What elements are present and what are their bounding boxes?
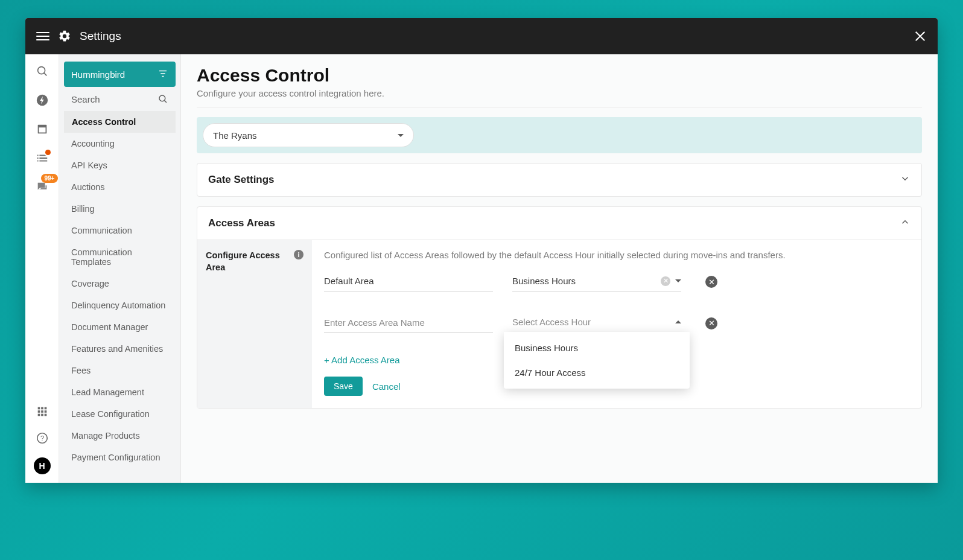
sidebar-item-delinquency-automation[interactable]: Delinquency Automation (64, 294, 176, 316)
panel-left-column: Configure Access Area i (197, 240, 312, 408)
svg-text:?: ? (40, 434, 43, 442)
sidebar-item-label: Access Control (72, 117, 136, 127)
svg-rect-6 (41, 407, 43, 410)
svg-rect-8 (37, 410, 40, 413)
app-window: Settings 99+ (25, 18, 938, 483)
caret-up-icon (675, 320, 681, 323)
sidebar-item-accounting[interactable]: Accounting (64, 133, 176, 154)
sidebar-item-manage-products[interactable]: Manage Products (64, 425, 176, 447)
sidebar-item-label: Payment Configuration (71, 453, 160, 462)
sidebar-item-label: Features and Amenities (71, 344, 163, 354)
svg-rect-11 (37, 414, 40, 416)
dropdown-option-247[interactable]: 24/7 Hour Access (504, 360, 690, 385)
sidebar-item-label: Manage Products (71, 431, 140, 441)
property-filter-strip: The Ryans (197, 117, 922, 153)
filter-icon (157, 68, 168, 81)
sidebar-item-label: Accounting (71, 139, 115, 148)
area-name-value: Default Area (324, 276, 374, 286)
page-title: Access Control (197, 65, 922, 86)
access-area-row: Enter Access Area Name Select Access Hou… (324, 313, 909, 333)
chat-icon[interactable]: 99+ (35, 180, 49, 194)
sidebar-search-placeholder: Search (71, 94, 100, 104)
svg-rect-7 (44, 407, 46, 410)
help-icon[interactable]: ? (35, 431, 49, 445)
property-selector[interactable]: The Ryans (203, 123, 414, 147)
search-icon[interactable] (35, 64, 49, 78)
area-name-placeholder: Enter Access Area Name (324, 317, 425, 328)
sidebar-item-api-keys[interactable]: API Keys (64, 154, 176, 176)
sidebar-item-label: API Keys (71, 161, 107, 170)
settings-sidebar: Hummingbird Search Access Control Accoun… (59, 54, 181, 483)
sidebar-app-label: Hummingbird (71, 69, 125, 80)
svg-rect-13 (44, 414, 46, 416)
gate-settings-panel: Gate Settings (197, 163, 922, 197)
svg-point-19 (159, 95, 165, 101)
sidebar-item-document-manager[interactable]: Document Manager (64, 316, 176, 338)
sidebar-item-label: Billing (71, 204, 95, 214)
sidebar-item-label: Document Manager (71, 322, 148, 332)
dropdown-option-business-hours[interactable]: Business Hours (504, 336, 690, 360)
remove-row-icon[interactable]: ✕ (705, 317, 717, 329)
svg-line-3 (43, 73, 46, 75)
access-areas-toggle[interactable]: Access Areas (197, 207, 921, 240)
sidebar-item-lease-configuration[interactable]: Lease Configuration (64, 403, 176, 425)
sidebar-item-label: Delinquency Automation (71, 301, 165, 310)
access-hour-select[interactable]: Select Access Hour Business Hours 24/7 H… (512, 313, 681, 333)
sidebar-item-lead-management[interactable]: Lead Management (64, 381, 176, 403)
sidebar-item-billing[interactable]: Billing (64, 198, 176, 220)
icon-rail: 99+ ? H (25, 54, 59, 483)
configure-access-area-label: Configure Access Area (206, 250, 289, 273)
sidebar-item-fees[interactable]: Fees (64, 360, 176, 381)
sidebar-app-chip[interactable]: Hummingbird (64, 62, 176, 87)
property-selector-value: The Ryans (213, 130, 257, 141)
calendar-icon[interactable] (35, 122, 49, 136)
search-icon (157, 94, 168, 104)
sidebar-item-label: Auctions (71, 182, 105, 192)
divider (197, 107, 922, 107)
sidebar-item-features-amenities[interactable]: Features and Amenities (64, 338, 176, 360)
area-name-input[interactable]: Enter Access Area Name (324, 314, 493, 333)
sidebar-item-label: Fees (71, 366, 91, 375)
sidebar-item-auctions[interactable]: Auctions (64, 176, 176, 198)
access-hour-select[interactable]: Business Hours ✕ (512, 272, 681, 291)
hamburger-menu-icon[interactable] (36, 32, 49, 40)
apps-grid-icon[interactable] (35, 404, 49, 419)
chat-badge: 99+ (41, 174, 59, 183)
sidebar-item-communication-templates[interactable]: Communication Templates (64, 241, 176, 273)
bolt-icon[interactable] (35, 93, 49, 107)
caret-down-icon (675, 279, 681, 282)
save-button[interactable]: Save (324, 377, 363, 396)
sidebar-item-coverage[interactable]: Coverage (64, 273, 176, 294)
sidebar-search[interactable]: Search (64, 87, 176, 111)
cancel-button[interactable]: Cancel (372, 381, 401, 392)
topbar-title: Settings (80, 30, 121, 43)
gate-settings-toggle[interactable]: Gate Settings (197, 164, 921, 196)
main-content: Access Control Configure your access con… (181, 54, 938, 483)
sidebar-item-label: Coverage (71, 279, 109, 288)
access-areas-title: Access Areas (208, 217, 275, 229)
clear-icon[interactable]: ✕ (661, 276, 670, 286)
info-icon[interactable]: i (294, 250, 304, 259)
sidebar-item-label: Communication Templates (71, 247, 132, 267)
sidebar-item-label: Communication (71, 226, 132, 235)
sidebar-item-payment-configuration[interactable]: Payment Configuration (64, 447, 176, 468)
close-icon[interactable] (914, 30, 927, 43)
checklist-icon[interactable] (35, 151, 49, 165)
svg-line-20 (164, 100, 167, 103)
config-description: Configured list of Access Areas followed… (324, 250, 909, 260)
remove-row-icon[interactable]: ✕ (705, 276, 717, 288)
sidebar-item-access-control[interactable]: Access Control (64, 111, 176, 133)
svg-rect-9 (41, 410, 43, 413)
topbar: Settings (25, 18, 938, 54)
access-hour-value: Business Hours (512, 276, 656, 286)
add-access-area-link[interactable]: + Add Access Area (324, 355, 400, 365)
access-hour-dropdown: Business Hours 24/7 Hour Access (504, 332, 690, 389)
sidebar-item-communication[interactable]: Communication (64, 220, 176, 241)
page-subtitle: Configure your access control integratio… (197, 88, 922, 98)
area-name-input[interactable]: Default Area (324, 272, 493, 291)
access-hour-placeholder: Select Access Hour (512, 317, 670, 327)
gear-icon (58, 30, 71, 43)
chevron-down-icon (900, 173, 911, 187)
access-area-row: Default Area Business Hours ✕ ✕ (324, 272, 909, 291)
avatar[interactable]: H (34, 457, 51, 474)
